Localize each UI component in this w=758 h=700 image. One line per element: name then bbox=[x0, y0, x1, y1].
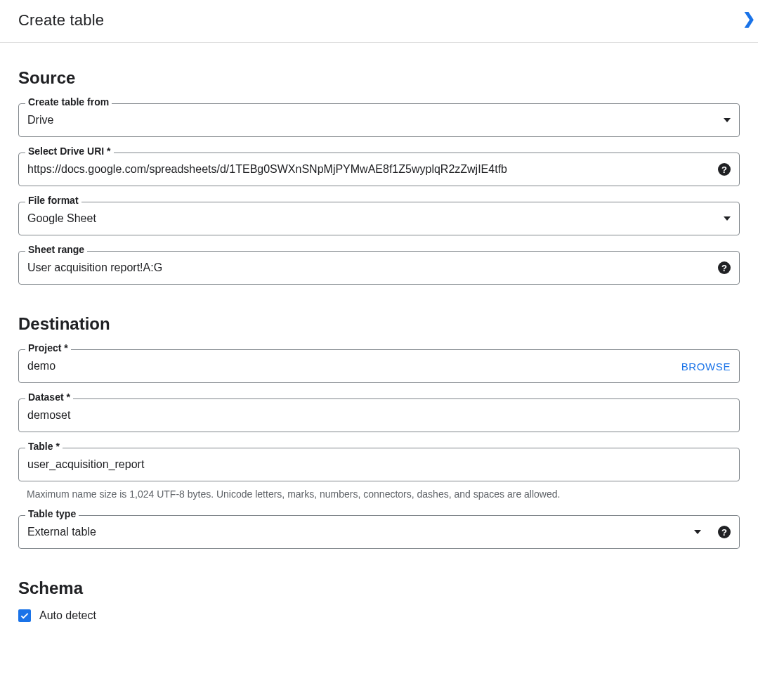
field-sheet-range: Sheet range ? bbox=[18, 251, 740, 285]
select-file-format[interactable]: Google Sheet bbox=[18, 202, 740, 235]
field-create-table-from: Create table from Drive bbox=[18, 103, 740, 137]
label-project: Project * bbox=[25, 342, 71, 354]
select-table-type[interactable]: External table ? bbox=[18, 515, 740, 549]
field-table: Table * bbox=[18, 448, 740, 481]
panel-content: Source Create table from Drive Select Dr… bbox=[0, 43, 758, 636]
input-dataset[interactable] bbox=[27, 409, 731, 422]
help-icon[interactable]: ? bbox=[718, 526, 731, 538]
browse-button[interactable]: BROWSE bbox=[681, 361, 731, 372]
input-project[interactable] bbox=[27, 360, 676, 372]
label-drive-uri: Select Drive URI * bbox=[25, 145, 114, 157]
field-drive-uri: Select Drive URI * ? bbox=[18, 153, 740, 186]
check-icon bbox=[20, 611, 30, 621]
field-project: Project * BROWSE bbox=[18, 349, 740, 383]
help-icon[interactable]: ? bbox=[718, 261, 731, 274]
section-title-destination: Destination bbox=[18, 314, 740, 334]
input-table[interactable] bbox=[27, 458, 731, 471]
chevron-down-icon bbox=[724, 216, 731, 221]
section-title-schema: Schema bbox=[18, 578, 740, 598]
select-value: Drive bbox=[27, 114, 718, 127]
select-value: Google Sheet bbox=[27, 212, 718, 225]
select-value: External table bbox=[27, 526, 688, 538]
input-sheet-range[interactable] bbox=[27, 261, 711, 274]
chevron-down-icon bbox=[724, 118, 731, 122]
label-file-format: File format bbox=[25, 195, 81, 206]
chevron-down-icon bbox=[694, 530, 701, 534]
label-create-table-from: Create table from bbox=[25, 96, 112, 108]
checkbox-auto-detect-label: Auto detect bbox=[39, 609, 96, 622]
label-sheet-range: Sheet range bbox=[25, 244, 87, 255]
label-table: Table * bbox=[25, 441, 63, 452]
help-icon[interactable]: ? bbox=[718, 163, 731, 176]
close-icon[interactable]: ❯ bbox=[743, 10, 755, 28]
section-title-source: Source bbox=[18, 68, 740, 88]
label-table-type: Table type bbox=[25, 508, 79, 519]
label-dataset: Dataset * bbox=[25, 391, 73, 403]
panel-header: Create table ❯ bbox=[0, 0, 758, 43]
field-table-type: Table type External table ? bbox=[18, 515, 740, 549]
checkbox-auto-detect[interactable] bbox=[18, 609, 31, 622]
page-title: Create table bbox=[18, 11, 104, 29]
checkbox-auto-detect-row: Auto detect bbox=[18, 609, 740, 622]
field-file-format: File format Google Sheet bbox=[18, 202, 740, 235]
select-create-table-from[interactable]: Drive bbox=[18, 103, 740, 137]
input-drive-uri[interactable] bbox=[27, 163, 711, 176]
helper-table-name: Maximum name size is 1,024 UTF-8 bytes. … bbox=[27, 488, 740, 500]
field-dataset: Dataset * bbox=[18, 398, 740, 432]
